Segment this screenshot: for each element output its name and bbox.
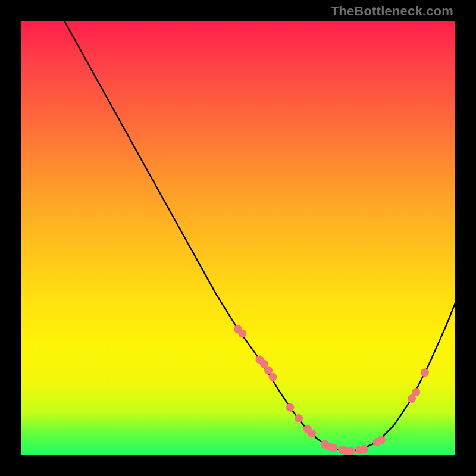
curve-marker — [268, 373, 277, 381]
curve-marker — [360, 445, 368, 453]
curve-layer — [21, 21, 455, 455]
curve-marker — [421, 368, 429, 377]
curve-marker — [377, 436, 386, 444]
attribution-label: TheBottleneck.com — [331, 4, 453, 19]
curve-marker — [286, 403, 295, 412]
curve-marker — [330, 444, 338, 452]
curve-marker — [412, 388, 420, 396]
bottleneck-curve — [21, 0, 455, 451]
curve-marker — [347, 447, 355, 455]
curve-marker — [308, 430, 316, 438]
curve-markers — [234, 325, 429, 455]
curve-marker — [238, 330, 246, 338]
plot-area — [21, 21, 455, 455]
chart-stage: TheBottleneck.com — [0, 0, 476, 476]
curve-marker — [295, 414, 303, 422]
